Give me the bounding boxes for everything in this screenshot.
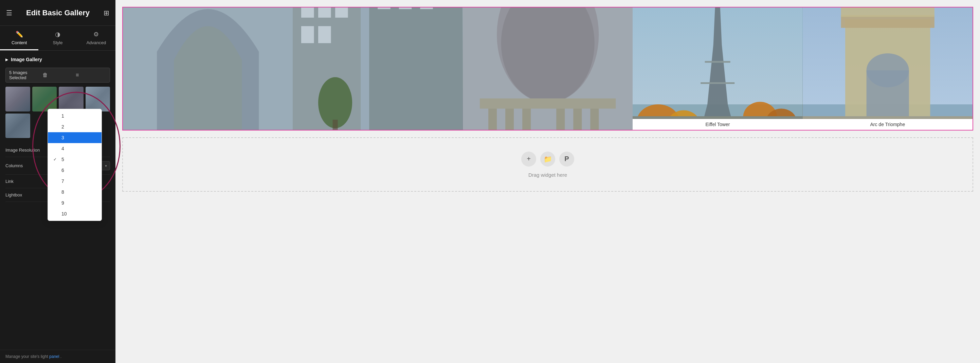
reorder-icon[interactable]: ≡ [76, 72, 106, 78]
advanced-icon: ⚙ [93, 30, 99, 38]
svg-rect-5 [301, 8, 314, 18]
tab-style[interactable]: ◑ Style [38, 26, 77, 50]
dropdown-option-2[interactable]: 2 [48, 122, 102, 132]
lightbox-label: Lightbox [5, 192, 22, 197]
option-label-2: 2 [62, 124, 64, 130]
eiffel-caption: Eiffel Tower [633, 119, 802, 130]
option-label-3: 3 [62, 135, 64, 141]
thumbnail-1[interactable] [5, 87, 30, 112]
gallery-widget[interactable]: Eiffel Tower [122, 7, 973, 131]
tab-content-label: Content [11, 40, 27, 45]
gallery-img-5: Arc de Triomphe [803, 8, 972, 130]
option-label-4: 4 [62, 146, 64, 151]
tab-advanced-label: Advanced [86, 40, 106, 45]
circle-button[interactable]: P [559, 152, 574, 166]
bottom-text-link[interactable]: panel [49, 354, 59, 359]
section-title-text: Image Gallery [11, 57, 42, 62]
dropdown-option-9[interactable]: 9 [48, 197, 102, 208]
gallery-img-2 [293, 8, 463, 130]
content-icon: ✏️ [16, 30, 23, 38]
tab-style-label: Style [53, 40, 63, 45]
main-content: Eiffel Tower [115, 0, 980, 363]
dropdown-option-8[interactable]: 8 [48, 187, 102, 197]
bottom-text-suffix: . [60, 354, 62, 359]
hamburger-icon[interactable]: ☰ [6, 9, 12, 17]
svg-rect-27 [480, 99, 616, 109]
drag-zone-buttons: + 📁 P [521, 152, 574, 166]
image-resolution-label: Image Resolution [5, 147, 40, 153]
dropdown-option-3[interactable]: 3 [48, 132, 102, 143]
gallery-img-1 [123, 8, 293, 130]
thumbnail-5[interactable] [5, 114, 30, 138]
link-label: Link [5, 179, 14, 184]
svg-rect-10 [378, 8, 391, 9]
grid-icon[interactable]: ⊞ [103, 9, 109, 17]
svg-rect-11 [399, 8, 412, 9]
sidebar-title: Edit Basic Gallery [26, 8, 90, 18]
option-label-8: 8 [62, 189, 64, 195]
svg-rect-12 [420, 8, 433, 9]
add-widget-button[interactable]: + [521, 152, 536, 166]
thumbnail-4[interactable] [86, 87, 110, 112]
arc-caption: Arc de Triomphe [803, 119, 972, 130]
option-label-1: 1 [62, 113, 64, 118]
delete-icon[interactable]: 🗑 [43, 72, 73, 78]
svg-rect-4 [369, 8, 463, 130]
svg-rect-8 [301, 26, 314, 43]
tab-content[interactable]: ✏️ Content [0, 26, 38, 50]
columns-label: Columns [5, 163, 23, 168]
svg-rect-6 [318, 8, 331, 18]
dropdown-option-4[interactable]: 4 [48, 143, 102, 154]
dropdown-option-1[interactable]: 1 [48, 110, 102, 122]
tab-advanced[interactable]: ⚙ Advanced [77, 26, 115, 50]
gallery-img-3 [463, 8, 633, 130]
dropdown-option-10[interactable]: 10 [48, 208, 102, 219]
svg-point-46 [866, 53, 909, 87]
p-icon: P [564, 155, 569, 163]
image-selector-bar[interactable]: 5 Images Selected 🗑 ≡ [5, 68, 110, 83]
bottom-text-prefix: Manage your site's light [5, 354, 48, 359]
style-icon: ◑ [55, 30, 60, 38]
sidebar: ☰ Edit Basic Gallery ⊞ ✏️ Content ◑ Styl… [0, 0, 115, 363]
option-label-10: 10 [62, 211, 67, 216]
plus-icon: + [527, 155, 531, 163]
dropdown-option-5[interactable]: ✓ 5 [48, 154, 102, 165]
tab-bar: ✏️ Content ◑ Style ⚙ Advanced [0, 26, 115, 51]
svg-rect-9 [318, 26, 331, 43]
images-selected-label: 5 Images Selected [9, 70, 40, 80]
svg-rect-47 [841, 15, 934, 28]
svg-rect-14 [333, 120, 338, 130]
option-label-9: 9 [62, 200, 64, 206]
gallery-images: Eiffel Tower [123, 8, 972, 130]
section-arrow: ▶ [5, 58, 8, 62]
gallery-img-4: Eiffel Tower [633, 8, 802, 130]
thumbnail-2[interactable] [32, 87, 57, 112]
dropdown-option-6[interactable]: 6 [48, 165, 102, 176]
folder-button[interactable]: 📁 [540, 152, 555, 166]
thumbnail-3[interactable] [59, 87, 84, 112]
svg-rect-7 [336, 8, 348, 18]
folder-icon: 📁 [544, 155, 552, 163]
columns-dropdown: 1 2 3 4 ✓ 5 6 7 8 [48, 109, 102, 221]
option-label-5: 5 [62, 157, 64, 162]
check-5: ✓ [53, 157, 59, 162]
drag-text: Drag widget here [528, 172, 567, 178]
section-title: ▶ Image Gallery [5, 57, 110, 62]
option-label-6: 6 [62, 168, 64, 173]
dropdown-option-7[interactable]: 7 [48, 176, 102, 187]
svg-rect-48 [841, 8, 934, 17]
option-label-7: 7 [62, 178, 64, 184]
bottom-text: Manage your site's light panel . [0, 350, 115, 363]
drag-zone: + 📁 P Drag widget here [122, 137, 973, 192]
sidebar-header: ☰ Edit Basic Gallery ⊞ [0, 0, 115, 26]
